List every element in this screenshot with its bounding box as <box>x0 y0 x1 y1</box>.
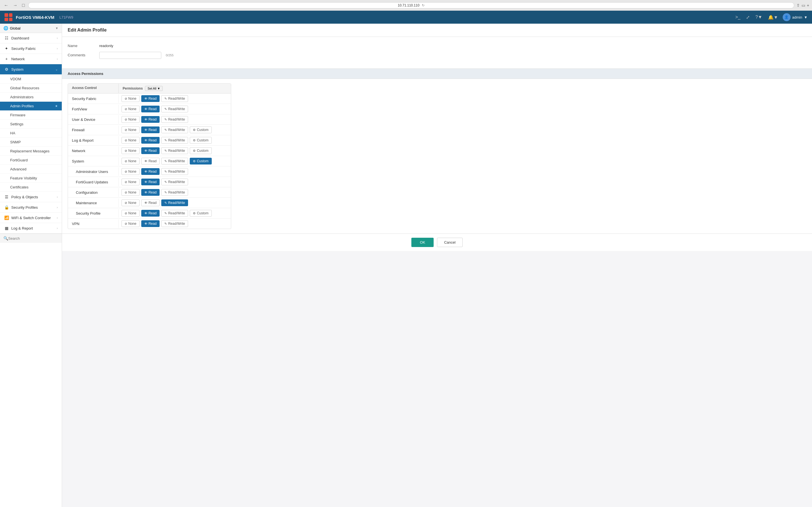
sidebar-item-log-report[interactable]: ▦ Log & Report › <box>0 223 62 233</box>
readwrite-icon-network: ✎ <box>164 149 167 153</box>
sidebar-sub-certificates[interactable]: Certificates <box>0 183 62 192</box>
sidebar-sub-global-resources[interactable]: Global Resources <box>0 83 62 93</box>
expand-icon[interactable]: ⤢ <box>745 13 751 21</box>
perm-readwrite-system[interactable]: ✎ Read/Write <box>161 158 188 165</box>
perm-none-vpn[interactable]: ⊘ None <box>121 220 140 227</box>
sidebar-search-input[interactable] <box>8 236 58 240</box>
logo-square-4 <box>9 18 13 21</box>
forward-button[interactable]: → <box>12 2 18 8</box>
sidebar-sub-firmware[interactable]: Firmware <box>0 111 62 120</box>
refresh-button[interactable]: □ <box>21 2 26 8</box>
perm-custom-system[interactable]: ⚙ Custom <box>190 158 211 165</box>
comments-input[interactable] <box>99 52 161 59</box>
perm-read-fortiguard-updates[interactable]: 👁 Read <box>141 179 160 185</box>
browser-actions: ⇧ ▭ + <box>797 3 809 8</box>
perm-readwrite-admin-users[interactable]: ✎ Read/Write <box>161 168 188 175</box>
perm-read-configuration[interactable]: 👁 Read <box>141 189 160 196</box>
global-selector[interactable]: 🌐 Global ▼ <box>0 24 62 33</box>
sidebar-sub-ha[interactable]: HA <box>0 129 62 138</box>
perm-read-security-fabric[interactable]: 👁 Read <box>141 95 160 102</box>
perm-none-fortiguard-updates[interactable]: ⊘ None <box>121 179 140 185</box>
sidebar-item-dashboard[interactable]: ☷ Dashboard › <box>0 33 62 43</box>
sidebar-label-network: Network <box>11 57 54 61</box>
perm-readwrite-security-fabric[interactable]: ✎ Read/Write <box>161 95 188 102</box>
perm-none-security-profile[interactable]: ⊘ None <box>121 210 140 217</box>
cancel-button[interactable]: Cancel <box>437 238 462 247</box>
sub-label-administrators: Administrators <box>10 95 58 99</box>
sidebar-sub-administrators[interactable]: Administrators <box>0 93 62 102</box>
perm-readwrite-fortiview[interactable]: ✎ Read/Write <box>161 106 188 112</box>
sidebar-sub-fortiguard[interactable]: FortiGuard <box>0 156 62 165</box>
ok-button[interactable]: OK <box>411 238 434 247</box>
none-icon-fortiguard-updates: ⊘ <box>124 180 127 184</box>
perm-custom-network[interactable]: ⚙ Custom <box>190 147 211 154</box>
set-all-button[interactable]: Set All ▼ <box>145 86 163 91</box>
sidebar-item-security-profiles[interactable]: 🔒 Security Profiles › <box>0 202 62 213</box>
perm-readwrite-configuration[interactable]: ✎ Read/Write <box>161 189 188 196</box>
perm-none-system[interactable]: ⊘ None <box>121 158 140 165</box>
admin-user-menu[interactable]: 👤 admin ▼ <box>783 13 808 21</box>
fortios-logo <box>4 13 12 21</box>
perm-custom-log-report[interactable]: ⚙ Custom <box>190 137 211 144</box>
sidebar-sub-settings[interactable]: Settings <box>0 120 62 129</box>
terminal-icon[interactable]: >_ <box>734 13 742 21</box>
perm-readwrite-security-profile[interactable]: ✎ Read/Write <box>161 210 188 217</box>
none-icon-security-profile: ⊘ <box>124 212 127 215</box>
bell-icon[interactable]: 🔔▼ <box>767 13 779 21</box>
sub-label-feature-visibility: Feature Visibility <box>10 176 58 180</box>
perm-row-configuration: Configuration ⊘ None 👁 Read ✎ Read/Write <box>68 187 231 198</box>
perm-read-fortiview[interactable]: 👁 Read <box>141 106 160 112</box>
perm-read-security-profile[interactable]: 👁 Read <box>141 210 160 217</box>
sidebar-sub-vdom[interactable]: VDOM <box>0 75 62 83</box>
perm-read-firewall[interactable]: 👁 Read <box>141 126 160 133</box>
readwrite-icon-log-report: ✎ <box>164 138 167 142</box>
sidebar-item-system[interactable]: ⚙ System ⌄ <box>0 64 62 75</box>
perm-none-network[interactable]: ⊘ None <box>121 147 140 154</box>
sidebar-item-policy-objects[interactable]: ☰ Policy & Objects › <box>0 192 62 202</box>
perm-readwrite-log-report[interactable]: ✎ Read/Write <box>161 137 188 144</box>
sidebar-sub-feature-visibility[interactable]: Feature Visibility <box>0 174 62 183</box>
sidebar-sub-advanced[interactable]: Advanced <box>0 165 62 174</box>
perm-readwrite-network[interactable]: ✎ Read/Write <box>161 147 188 154</box>
perm-read-system[interactable]: 👁 Read <box>141 158 160 165</box>
new-tab-button[interactable]: + <box>807 3 809 8</box>
help-icon[interactable]: ?▼ <box>754 13 763 21</box>
perm-readwrite-fortiguard-updates[interactable]: ✎ Read/Write <box>161 179 188 185</box>
perm-buttons-network: ⊘ None 👁 Read ✎ Read/Write ⚙ Custom <box>119 146 231 156</box>
sidebar-sub-replacement-messages[interactable]: Replacement Messages <box>0 147 62 156</box>
perm-none-fortiview[interactable]: ⊘ None <box>121 106 140 112</box>
url-bar[interactable]: 10.71.110.110 ↻ <box>28 2 794 8</box>
sidebar-sub-snmp[interactable]: SNMP <box>0 138 62 147</box>
perm-custom-security-profile[interactable]: ⚙ Custom <box>190 210 211 217</box>
perm-label-firewall: Firewall <box>68 126 119 134</box>
perm-readwrite-maintenance[interactable]: ✎ Read/Write <box>161 200 188 206</box>
sidebar-sub-admin-profiles[interactable]: Admin Profiles ★ <box>0 102 62 111</box>
perm-read-network[interactable]: 👁 Read <box>141 147 160 154</box>
perm-none-user-device[interactable]: ⊘ None <box>121 116 140 123</box>
sidebar-item-network[interactable]: + Network › <box>0 54 62 64</box>
perm-read-vpn[interactable]: 👁 Read <box>141 220 160 227</box>
sidebar-label-security-profiles: Security Profiles <box>11 205 54 210</box>
share-button[interactable]: ⇧ <box>797 3 800 8</box>
perm-readwrite-vpn[interactable]: ✎ Read/Write <box>161 220 188 227</box>
reload-icon[interactable]: ↻ <box>422 3 424 7</box>
perm-none-security-fabric[interactable]: ⊘ None <box>121 95 140 102</box>
sidebar-item-security-fabric[interactable]: ✦ Security Fabric › <box>0 43 62 54</box>
duplicate-button[interactable]: ▭ <box>802 3 805 8</box>
top-bar: FortiOS VM64-KVM L71FW9 >_ ⤢ ?▼ 🔔▼ 👤 adm… <box>0 11 812 24</box>
perm-none-configuration[interactable]: ⊘ None <box>121 189 140 196</box>
perm-none-firewall[interactable]: ⊘ None <box>121 126 140 133</box>
perm-read-user-device[interactable]: 👁 Read <box>141 116 160 123</box>
perm-readwrite-user-device[interactable]: ✎ Read/Write <box>161 116 188 123</box>
perm-read-admin-users[interactable]: 👁 Read <box>141 168 160 175</box>
perm-custom-firewall[interactable]: ⚙ Custom <box>190 126 211 133</box>
perm-read-maintenance[interactable]: 👁 Read <box>141 200 160 206</box>
perm-none-log-report[interactable]: ⊘ None <box>121 137 140 144</box>
perm-none-admin-users[interactable]: ⊘ None <box>121 168 140 175</box>
perm-readwrite-firewall[interactable]: ✎ Read/Write <box>161 126 188 133</box>
perm-none-maintenance[interactable]: ⊘ None <box>121 200 140 206</box>
back-button[interactable]: ← <box>3 2 10 8</box>
sidebar-item-wifi-switch[interactable]: 📶 WiFi & Switch Controller › <box>0 213 62 223</box>
none-icon-configuration: ⊘ <box>124 191 127 194</box>
perm-read-log-report[interactable]: 👁 Read <box>141 137 160 144</box>
